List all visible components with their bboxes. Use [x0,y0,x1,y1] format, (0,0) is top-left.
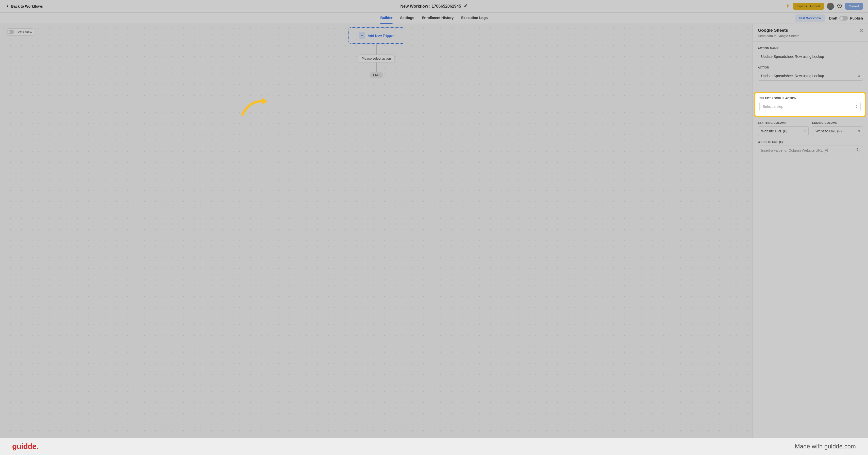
website-url-group: WEBSITE URL (F) [758,140,863,155]
publish-toggle-group: Draft Publish [829,16,863,21]
tab-settings[interactable]: Settings [400,13,414,24]
test-workflow-button[interactable]: Test Workflow [795,14,825,22]
connector-line [376,44,377,55]
support-brand: topline [797,4,808,8]
tabs: Builder Settings Enrollment History Exec… [380,13,488,24]
close-icon[interactable]: ✕ [860,28,863,33]
chevron-left-icon [5,4,10,9]
tab-enrollment-history[interactable]: Enrollment History [422,13,454,24]
main-area: Stats View + Add New Trigger Please sele… [0,24,868,455]
guidde-logo: guidde. [12,442,38,451]
history-icon[interactable] [837,3,842,9]
action-name-input[interactable] [758,52,863,61]
column-row: STARTING COLUMN Website URL (F) ENDING C… [758,121,863,136]
lookup-action-placeholder: Select a step [760,102,861,111]
bolt-icon[interactable] [785,4,790,9]
stats-view-label: Stats View [17,30,32,34]
tag-icon[interactable] [856,148,860,153]
plus-icon: + [359,32,365,39]
stats-view-toggle-pill: Stats View [5,28,36,35]
panel-subtitle: Send data to Google Sheets [758,34,863,38]
starting-column-label: STARTING COLUMN [758,121,809,124]
saved-button[interactable]: Saved [845,3,863,10]
starting-column-select[interactable]: Website URL (F) [758,126,809,136]
action-node[interactable]: Please select action [358,55,395,62]
lookup-highlight-section: SELECT LOOKUP ACTION Select a step [754,92,866,117]
svg-point-1 [857,149,858,150]
header-center: New Workflow : 1706652062945 [401,4,468,9]
app-header: Back to Workflows New Workflow : 1706652… [0,0,868,13]
action-select-value: Update Spreadsheet Row using Lookup [758,71,863,80]
ending-column-label: ENDING COLUMN [812,121,863,124]
publish-label: Publish [850,16,863,20]
footer: guidde. Made with guidde.com [0,438,868,455]
starting-column-value: Website URL (F) [758,126,809,136]
stats-view-toggle[interactable] [6,30,14,34]
back-label: Back to Workflows [11,4,43,8]
panel-header: Google Sheets Send data to Google Sheets… [753,24,868,42]
draft-label: Draft [829,16,838,20]
action-name-group: ACTION NAME [758,47,863,61]
subheader: Builder Settings Enrollment History Exec… [0,13,868,24]
action-label: ACTION [758,66,863,69]
ending-column-select[interactable]: Website URL (F) [812,126,863,136]
connector-line [376,62,377,72]
header-right: topline Support Saved [785,3,863,10]
support-label: Support [809,4,820,8]
end-node: END [370,72,383,78]
publish-toggle[interactable] [839,16,848,21]
back-to-workflows-link[interactable]: Back to Workflows [5,4,43,9]
ending-column-group: ENDING COLUMN Website URL (F) [812,121,863,136]
user-avatar[interactable] [827,3,834,10]
tab-builder[interactable]: Builder [380,13,393,24]
lookup-action-label: SELECT LOOKUP ACTION [760,97,861,100]
action-name-label: ACTION NAME [758,47,863,50]
footer-text: Made with guidde.com [795,443,856,450]
lookup-action-select[interactable]: Select a step [760,102,861,111]
website-url-input-wrap [758,145,863,155]
edit-icon[interactable] [463,4,467,9]
starting-column-group: STARTING COLUMN Website URL (F) [758,121,809,136]
support-button[interactable]: topline Support [793,3,824,10]
panel-title: Google Sheets [758,28,863,33]
website-url-label: WEBSITE URL (F) [758,140,863,143]
tab-execution-logs[interactable]: Execution Logs [461,13,488,24]
side-panel: Google Sheets Send data to Google Sheets… [752,24,868,455]
ending-column-value: Website URL (F) [812,126,863,136]
workflow-canvas[interactable]: Stats View + Add New Trigger Please sele… [0,24,752,455]
action-group: ACTION Update Spreadsheet Row using Look… [758,66,863,80]
website-url-input[interactable] [758,145,863,155]
subheader-right: Test Workflow Draft Publish [795,14,863,22]
workflow-title: New Workflow : 1706652062945 [401,4,461,9]
add-trigger-label: Add New Trigger [368,34,394,37]
action-select[interactable]: Update Spreadsheet Row using Lookup [758,71,863,80]
add-trigger-button[interactable]: + Add New Trigger [348,27,404,44]
